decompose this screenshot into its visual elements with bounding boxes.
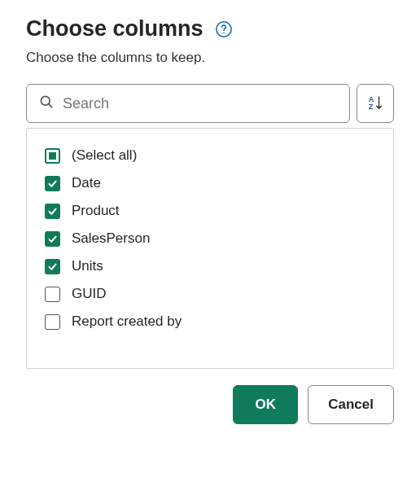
- sort-az-icon: A Z: [366, 94, 384, 114]
- cancel-button[interactable]: Cancel: [308, 385, 394, 424]
- column-label: Report created by: [72, 313, 182, 330]
- column-label: SalesPerson: [72, 230, 150, 247]
- select-all-row[interactable]: (Select all): [27, 142, 393, 169]
- dialog-footer: OK Cancel: [26, 385, 394, 424]
- search-box[interactable]: [26, 84, 350, 123]
- search-row: A Z: [26, 84, 394, 123]
- dialog-subtitle: Choose the columns to keep.: [26, 50, 394, 66]
- column-row[interactable]: Product: [27, 197, 393, 225]
- help-icon[interactable]: [215, 20, 233, 38]
- column-row[interactable]: Report created by: [27, 308, 393, 335]
- checkbox-checked-icon[interactable]: [45, 176, 60, 191]
- column-row[interactable]: Units: [27, 252, 393, 280]
- ok-button[interactable]: OK: [233, 385, 298, 424]
- svg-point-1: [223, 32, 224, 33]
- sort-button[interactable]: A Z: [357, 84, 394, 123]
- column-list-panel: (Select all) Date Product SalesPerson Un…: [26, 128, 394, 369]
- search-input[interactable]: [63, 95, 338, 112]
- column-row[interactable]: GUID: [27, 280, 393, 308]
- column-label: GUID: [72, 286, 107, 302]
- column-label: Date: [72, 175, 101, 191]
- dialog-header: Choose columns: [26, 16, 394, 42]
- checkbox-checked-icon[interactable]: [45, 231, 60, 247]
- checkbox-unchecked-icon[interactable]: [45, 314, 60, 330]
- checkbox-checked-icon[interactable]: [45, 204, 60, 219]
- dialog-title: Choose columns: [26, 16, 203, 42]
- svg-text:Z: Z: [369, 103, 374, 111]
- column-label: Product: [72, 203, 120, 219]
- search-icon: [38, 94, 63, 113]
- select-all-checkbox[interactable]: [45, 148, 60, 164]
- select-all-label: (Select all): [72, 147, 137, 164]
- checkbox-checked-icon[interactable]: [45, 259, 60, 274]
- column-row[interactable]: Date: [27, 169, 393, 197]
- checkbox-unchecked-icon[interactable]: [45, 287, 60, 302]
- svg-line-3: [49, 104, 52, 107]
- column-label: Units: [72, 258, 103, 274]
- column-row[interactable]: SalesPerson: [27, 225, 393, 252]
